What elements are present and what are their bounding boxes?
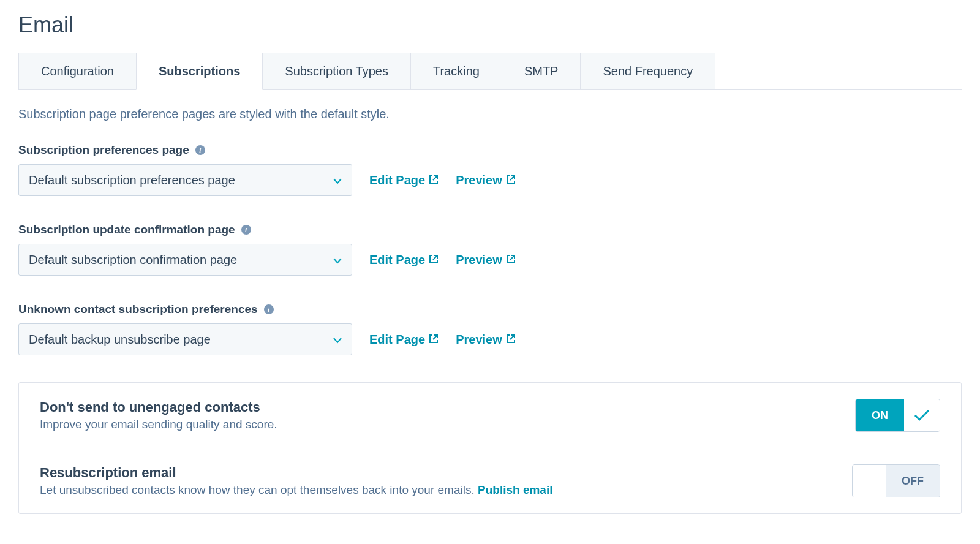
field-subscription-prefs: Subscription preferences page i Default … (18, 143, 962, 196)
card-unengaged-title: Don't send to unengaged contacts (40, 399, 277, 415)
check-icon (904, 399, 940, 431)
external-link-icon (506, 253, 516, 267)
toggle-unengaged[interactable]: ON (855, 399, 940, 432)
preview-link-confirm[interactable]: Preview (456, 253, 516, 267)
edit-page-label: Edit Page (369, 333, 425, 347)
preview-label: Preview (456, 173, 502, 187)
external-link-icon (429, 333, 439, 347)
external-link-icon (429, 253, 439, 267)
select-prefs-page[interactable]: Default subscription preferences page (18, 164, 352, 196)
select-confirm-page[interactable]: Default subscription confirmation page (18, 244, 352, 276)
toggle-off-label: OFF (886, 465, 940, 497)
settings-card-box: Don't send to unengaged contacts Improve… (18, 382, 962, 514)
edit-page-label: Edit Page (369, 253, 425, 267)
tab-subscriptions[interactable]: Subscriptions (136, 53, 263, 90)
tab-tracking[interactable]: Tracking (410, 53, 502, 89)
select-prefs-value: Default subscription preferences page (29, 173, 235, 187)
card-resub-desc-text: Let unsubscribed contacts know how they … (40, 483, 478, 496)
external-link-icon (506, 173, 516, 187)
external-link-icon (429, 173, 439, 187)
caret-down-icon (333, 333, 342, 347)
select-unknown-page[interactable]: Default backup unsubscribe page (18, 323, 352, 355)
publish-email-link[interactable]: Publish email (478, 483, 552, 496)
field-label-unknown: Unknown contact subscription preferences (18, 303, 258, 316)
caret-down-icon (333, 173, 342, 187)
edit-page-label: Edit Page (369, 173, 425, 187)
select-confirm-value: Default subscription confirmation page (29, 253, 237, 267)
edit-page-link-prefs[interactable]: Edit Page (369, 173, 439, 187)
caret-down-icon (333, 253, 342, 267)
info-icon[interactable]: i (264, 304, 274, 314)
card-unengaged: Don't send to unengaged contacts Improve… (19, 383, 961, 448)
card-resub-desc: Let unsubscribed contacts know how they … (40, 483, 552, 497)
tab-configuration[interactable]: Configuration (18, 53, 137, 89)
field-label-prefs: Subscription preferences page (18, 143, 189, 157)
tab-subscription-types[interactable]: Subscription Types (262, 53, 411, 89)
tabs-bar: Configuration Subscriptions Subscription… (18, 53, 962, 90)
preview-label: Preview (456, 333, 502, 347)
toggle-on-label: ON (856, 399, 904, 431)
tab-smtp[interactable]: SMTP (502, 53, 581, 89)
select-unknown-value: Default backup unsubscribe page (29, 333, 211, 347)
preview-link-unknown[interactable]: Preview (456, 333, 516, 347)
field-label-confirm: Subscription update confirmation page (18, 223, 235, 236)
card-unengaged-desc: Improve your email sending quality and s… (40, 418, 277, 431)
info-icon[interactable]: i (241, 225, 251, 235)
preview-link-prefs[interactable]: Preview (456, 173, 516, 187)
intro-text: Subscription page preference pages are s… (18, 107, 962, 121)
edit-page-link-confirm[interactable]: Edit Page (369, 253, 439, 267)
info-icon[interactable]: i (195, 145, 205, 155)
external-link-icon (506, 333, 516, 347)
tab-send-frequency[interactable]: Send Frequency (580, 53, 715, 89)
preview-label: Preview (456, 253, 502, 267)
page-title: Email (18, 12, 962, 38)
field-confirmation-page: Subscription update confirmation page i … (18, 223, 962, 276)
toggle-off-blank (853, 465, 886, 497)
card-resub: Resubscription email Let unsubscribed co… (19, 448, 961, 513)
field-unknown-contact: Unknown contact subscription preferences… (18, 303, 962, 355)
toggle-resub[interactable]: OFF (852, 464, 940, 497)
edit-page-link-unknown[interactable]: Edit Page (369, 333, 439, 347)
card-resub-title: Resubscription email (40, 465, 552, 481)
